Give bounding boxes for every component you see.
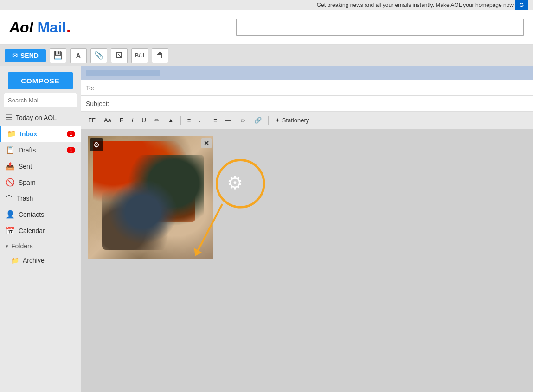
attached-image: [88, 136, 213, 259]
main-layout: COMPOSE 🔍 ☰ Today on AOL 📁 Inbox 1 📋 Dra…: [0, 66, 533, 392]
sidebar-item-trash[interactable]: 🗑 Trash: [0, 190, 81, 206]
header: Aol Mail .: [0, 10, 533, 45]
sent-icon: 📤: [6, 162, 15, 171]
svg-text:⚙: ⚙: [227, 173, 243, 193]
gear-icon: ⚙: [93, 140, 100, 149]
compose-button[interactable]: COMPOSE: [8, 72, 73, 89]
attach-icon: 📎: [94, 51, 103, 60]
sidebar-item-label: Inbox: [20, 130, 37, 138]
content-area: To: Subject: FF Aa F I U ✏ ▲ ≡ ≔ ≡: [81, 66, 533, 392]
sidebar-item-drafts[interactable]: 📋 Drafts 1: [0, 142, 81, 158]
ordered-list-button[interactable]: ≔: [196, 114, 208, 126]
text-format-icon: A: [76, 52, 81, 59]
trash-icon: 🗑: [6, 194, 13, 202]
close-icon: ✕: [204, 139, 209, 147]
sidebar-item-spam[interactable]: 🚫 Spam: [0, 174, 81, 190]
save-button[interactable]: 💾: [50, 48, 66, 63]
font-size-button[interactable]: Aa: [101, 114, 115, 126]
sidebar-item-calendar[interactable]: 📅 Calendar: [0, 222, 81, 239]
inbox-icon: 📁: [7, 129, 16, 138]
folder-label: Archive: [23, 257, 45, 264]
calendar-icon: 📅: [6, 226, 15, 235]
text-format-button[interactable]: A: [70, 48, 87, 63]
format-divider: [180, 116, 181, 125]
sidebar-item-label: Trash: [17, 195, 33, 202]
header-search-input[interactable]: [236, 19, 524, 36]
top-banner: Get breaking news and all your emails in…: [0, 0, 533, 10]
bold-underline-icon: B/U: [135, 52, 145, 59]
from-blur: [86, 70, 160, 76]
image-container: ⚙ ✕: [88, 136, 213, 259]
image-button[interactable]: 🖼: [111, 48, 128, 63]
format-toolbar: FF Aa F I U ✏ ▲ ≡ ≔ ≡ — ☺ 🔗 ✦ Stationery: [81, 112, 533, 129]
pen-button[interactable]: ✏: [151, 114, 163, 126]
contacts-icon: 👤: [6, 210, 15, 219]
highlight-button[interactable]: ▲: [165, 114, 177, 126]
compose-toolbar: ✉ SEND 💾 A 📎 🖼 B/U 🗑: [0, 45, 533, 66]
send-icon: ✉: [12, 52, 18, 59]
sidebar: COMPOSE 🔍 ☰ Today on AOL 📁 Inbox 1 📋 Dra…: [0, 66, 81, 392]
underline-button[interactable]: U: [138, 114, 149, 126]
folders-label: Folders: [11, 242, 33, 250]
image-icon: 🖼: [116, 51, 123, 60]
logo-mail: Mail: [37, 19, 66, 36]
hr-button[interactable]: —: [222, 114, 235, 126]
inbox-badge: 1: [67, 131, 75, 137]
compose-to-bar: To:: [81, 80, 533, 96]
delete-icon: 🗑: [156, 51, 164, 60]
bold-underline-button[interactable]: B/U: [131, 48, 148, 63]
image-settings-button[interactable]: ⚙: [90, 138, 103, 151]
logo-space: [33, 19, 38, 36]
homepage-button[interactable]: G: [515, 0, 528, 10]
align-button[interactable]: ≡: [184, 114, 194, 126]
italic-button[interactable]: I: [128, 114, 137, 126]
stationery-button[interactable]: ✦ Stationery: [272, 114, 312, 126]
send-label: SEND: [20, 52, 39, 59]
compose-from-bar: [81, 66, 533, 80]
format-divider-2: [268, 116, 269, 125]
emoji-button[interactable]: ☺: [237, 114, 249, 126]
drafts-icon: 📋: [6, 145, 15, 154]
sidebar-item-label: Today on AOL: [16, 114, 57, 121]
to-label: To:: [86, 84, 95, 92]
to-input[interactable]: [97, 84, 528, 92]
sidebar-item-contacts[interactable]: 👤 Contacts: [0, 206, 81, 222]
sidebar-item-label: Spam: [19, 179, 36, 186]
font-family-button[interactable]: FF: [85, 114, 99, 126]
attach-button[interactable]: 📎: [90, 48, 107, 63]
compose-subject-bar: Subject:: [81, 96, 533, 112]
sidebar-item-label: Drafts: [19, 146, 36, 154]
sidebar-item-sent[interactable]: 📤 Sent: [0, 158, 81, 174]
delete-button[interactable]: 🗑: [152, 48, 168, 63]
today-icon: ☰: [6, 113, 12, 122]
svg-point-0: [217, 160, 264, 207]
sidebar-item-label: Sent: [19, 163, 32, 170]
search-input[interactable]: [8, 97, 86, 104]
link-button[interactable]: 🔗: [251, 114, 265, 126]
search-bar: 🔍: [4, 93, 77, 107]
sidebar-item-inbox[interactable]: 📁 Inbox 1: [0, 126, 81, 142]
bold-button[interactable]: F: [116, 114, 127, 126]
subject-label: Subject:: [86, 100, 109, 107]
subject-input[interactable]: [112, 100, 528, 107]
save-icon: 💾: [53, 51, 63, 60]
logo-aol: Aol: [9, 19, 33, 36]
folders-section[interactable]: ▾ Folders: [0, 239, 81, 253]
logo: Aol Mail .: [9, 19, 71, 36]
folder-icon: 📁: [11, 257, 19, 264]
chevron-down-icon: ▾: [6, 243, 8, 249]
drafts-badge: 1: [67, 147, 75, 153]
logo-dot: .: [66, 19, 71, 35]
bed-image-visual: [88, 136, 213, 259]
sidebar-item-label: Calendar: [19, 227, 45, 234]
sidebar-item-archive[interactable]: 📁 Archive: [0, 253, 81, 267]
unordered-list-button[interactable]: ≡: [210, 114, 220, 126]
send-button[interactable]: ✉ SEND: [5, 49, 46, 62]
spam-icon: 🚫: [6, 178, 15, 187]
compose-area: To: Subject: FF Aa F I U ✏ ▲ ≡ ≔ ≡: [81, 66, 533, 392]
image-close-button[interactable]: ✕: [201, 138, 212, 148]
banner-text: Get breaking news and all your emails in…: [317, 2, 515, 8]
sidebar-item-label: Contacts: [19, 211, 44, 218]
sidebar-item-today[interactable]: ☰ Today on AOL: [0, 109, 81, 126]
compose-body[interactable]: ⚙ ✕ ⚙: [81, 129, 533, 392]
